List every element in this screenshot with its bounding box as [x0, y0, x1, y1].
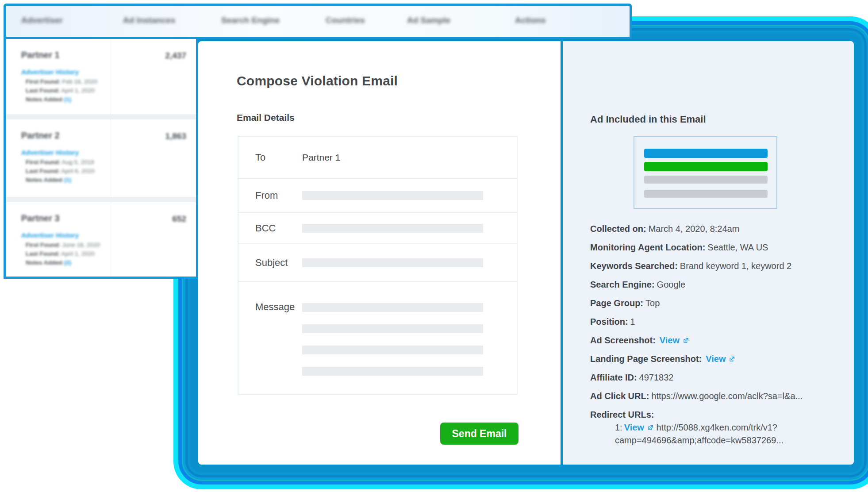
- detail-collected-on: Collected on:March 4, 2020, 8:24am: [590, 219, 854, 238]
- detail-page-group: Page Group:Top: [590, 294, 854, 312]
- subject-row: Subject: [238, 243, 517, 281]
- last-found: Last Found: April 1, 2020: [26, 250, 95, 257]
- external-link-icon[interactable]: [647, 424, 654, 431]
- ad-instances-value: 2,437: [165, 51, 186, 61]
- ad-instances-value: 652: [172, 214, 186, 224]
- column-header-ad-sample: Ad Sample: [407, 15, 450, 25]
- detail-search-engine: Search Engine:Google: [590, 275, 854, 294]
- panel-title: Ad Included in this Email: [590, 114, 854, 125]
- first-found: First Found: Aug 5, 2019: [26, 159, 94, 165]
- message-input[interactable]: [302, 282, 483, 388]
- column-header-ad-instances: Ad Instances: [123, 15, 175, 25]
- row-divider: [6, 114, 196, 119]
- notes-added: Notes Added (1): [26, 177, 71, 183]
- detail-landing-screenshot: Landing Page Screenshot:View: [590, 350, 854, 368]
- notes-added: Notes Added (1): [26, 96, 71, 103]
- compose-email-modal: Compose Violation Email Email Details To…: [198, 41, 563, 465]
- last-found: Last Found: April 1, 2020: [26, 87, 95, 94]
- from-input[interactable]: [302, 191, 483, 200]
- ad-instances-value: 1,863: [165, 131, 186, 141]
- detail-position: Position:1: [590, 312, 854, 331]
- ad-headline-bar: [644, 149, 768, 158]
- to-value[interactable]: Partner 1: [302, 152, 340, 163]
- message-line: [302, 303, 483, 312]
- send-email-button[interactable]: Send Email: [440, 423, 518, 445]
- advertiser-history-link[interactable]: Advertiser History: [21, 149, 79, 156]
- ad-included-panel: Ad Included in this Email Collected on:M…: [563, 41, 854, 465]
- message-line: [302, 324, 483, 333]
- view-landing-screenshot-link[interactable]: View: [706, 354, 726, 364]
- notes-count-link[interactable]: (1): [64, 96, 72, 103]
- bcc-label: BCC: [238, 223, 302, 234]
- column-header-countries: Countries: [326, 15, 365, 25]
- redirect-url-text: http://5088.xg4ken.com/trk/v1?: [656, 423, 777, 432]
- redirect-url-item: 1:View http://5088.xg4ken.com/trk/v1? ca…: [590, 421, 854, 447]
- ad-text-bar: [644, 176, 768, 184]
- advertiser-table-rows: Partner 1 2,437 Advertiser History First…: [4, 39, 198, 279]
- advertiser-name: Partner 3: [21, 213, 60, 223]
- ad-preview-thumbnail: [634, 136, 777, 209]
- first-found: First Found: Feb 16, 2020: [26, 78, 97, 85]
- column-header-advertiser: Advertiser: [21, 15, 63, 25]
- detail-ad-screenshot: Ad Screenshot:View: [590, 331, 854, 350]
- notes-added: Notes Added (2): [26, 259, 71, 266]
- to-row: To Partner 1: [238, 137, 517, 178]
- message-label: Message: [238, 282, 302, 313]
- to-label: To: [238, 152, 302, 163]
- detail-affiliate-id: Affiliate ID:4971832: [590, 368, 854, 387]
- advertiser-table-header-labels: Advertiser Ad Instances Search Engine Co…: [6, 6, 630, 37]
- compose-email-window: Compose Violation Email Email Details To…: [190, 33, 862, 473]
- table-row[interactable]: Partner 3 652 Advertiser History First F…: [6, 202, 196, 277]
- advertiser-name: Partner 2: [21, 131, 60, 141]
- notes-count-link[interactable]: (1): [64, 177, 72, 183]
- ad-url-bar: [644, 162, 768, 171]
- view-redirect-link[interactable]: View: [624, 423, 644, 432]
- column-header-search-engine: Search Engine: [221, 15, 280, 25]
- table-row[interactable]: Partner 2 1,863 Advertiser History First…: [6, 119, 196, 197]
- first-found: First Found: June 16, 2020: [26, 242, 100, 248]
- modal-title: Compose Violation Email: [198, 41, 561, 89]
- message-line: [302, 367, 483, 376]
- bcc-row: BCC: [238, 212, 517, 243]
- view-ad-screenshot-link[interactable]: View: [660, 335, 680, 345]
- subject-label: Subject: [238, 257, 302, 269]
- email-form: To Partner 1 From BCC Subject Message: [238, 136, 518, 395]
- message-line: [302, 346, 483, 354]
- last-found: Last Found: April 6, 2020: [26, 168, 95, 174]
- from-label: From: [238, 190, 302, 201]
- column-header-actions: Actions: [515, 15, 546, 25]
- detail-agent-location: Monitoring Agent Location:Seattle, WA US: [590, 238, 854, 257]
- subject-input[interactable]: [302, 258, 483, 267]
- redirect-index: 1:: [615, 423, 622, 432]
- row-divider: [6, 197, 196, 202]
- advertiser-name: Partner 1: [21, 50, 60, 60]
- redirect-url-text: camp=494696&amp;affcode=kw5837269...: [615, 435, 784, 445]
- ad-detail-list: Collected on:March 4, 2020, 8:24am Monit…: [590, 219, 854, 447]
- external-link-icon[interactable]: [728, 356, 735, 363]
- advertiser-history-link[interactable]: Advertiser History: [21, 68, 79, 76]
- advertiser-table-header: Advertiser Ad Instances Search Engine Co…: [4, 4, 632, 39]
- notes-count-link[interactable]: (2): [64, 259, 72, 266]
- advertiser-history-link[interactable]: Advertiser History: [21, 231, 79, 239]
- ad-text-bar: [644, 190, 768, 198]
- message-row: Message: [238, 281, 517, 394]
- app-screenshot: Compose Violation Email Email Details To…: [0, 0, 868, 492]
- bcc-input[interactable]: [302, 224, 483, 233]
- table-row[interactable]: Partner 1 2,437 Advertiser History First…: [6, 39, 196, 114]
- detail-keywords: Keywords Searched:Brand keyword 1, keywo…: [590, 257, 854, 275]
- external-link-icon[interactable]: [682, 337, 689, 344]
- from-row: From: [238, 178, 517, 212]
- detail-ad-click-url: Ad Click URL:https://www.google.com/aclk…: [590, 387, 854, 405]
- email-details-heading: Email Details: [237, 112, 561, 123]
